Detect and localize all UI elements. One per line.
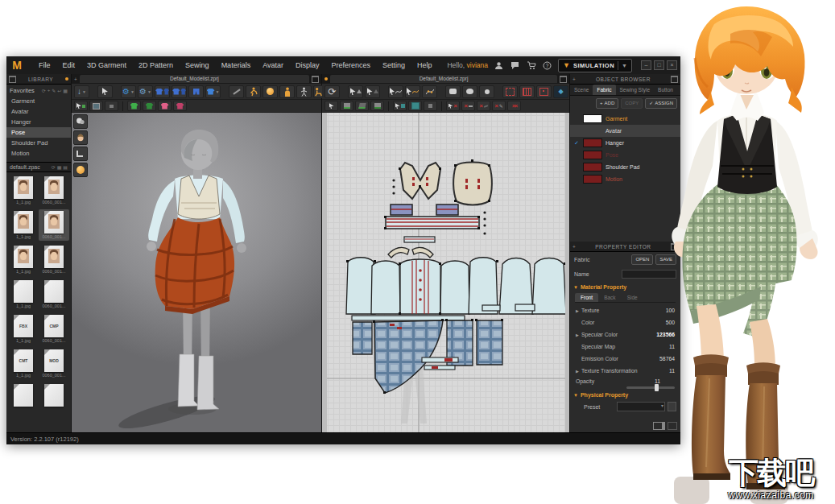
help-icon[interactable]: ?	[542, 60, 552, 71]
chat-icon[interactable]	[510, 60, 520, 71]
polygon-tool-button[interactable]	[445, 85, 461, 98]
sidebar-item-hanger[interactable]: Hanger	[6, 117, 71, 127]
sidebar-item-motion[interactable]: Motion	[6, 148, 71, 159]
menu-2d-pattern[interactable]: 2D Pattern	[138, 61, 173, 69]
show-shirt-button[interactable]: ▼	[205, 85, 221, 98]
detach-icon[interactable]	[671, 76, 678, 83]
sphere-icon[interactable]	[73, 163, 88, 177]
expand-icon[interactable]: ▶	[576, 369, 581, 374]
show-garment-pair2-button[interactable]	[172, 85, 187, 98]
back-icon[interactable]: ↩	[57, 88, 61, 93]
tab-side[interactable]: Side	[622, 293, 643, 302]
simulation-button[interactable]: ▼ SIMULATION ▼	[558, 59, 632, 72]
collapse-icon[interactable]: ▼	[573, 285, 578, 290]
list-item[interactable]: CMT1_1.jpg	[8, 348, 39, 379]
tab-front[interactable]: Front	[575, 293, 598, 302]
username[interactable]: viviana	[467, 61, 488, 69]
prop-texture-transformation[interactable]: ▶ Texture Transformation 11	[570, 365, 680, 377]
name-input[interactable]	[622, 270, 676, 279]
slider-handle[interactable]	[655, 384, 659, 391]
open-button[interactable]: OPEN	[631, 254, 653, 265]
menu-setting[interactable]: Setting	[382, 61, 405, 69]
single-view-icon[interactable]	[668, 422, 677, 430]
pin-small-button[interactable]	[105, 101, 118, 111]
edit-pattern-button[interactable]	[365, 85, 380, 98]
fabric-swatch[interactable]	[583, 151, 602, 159]
grid-view-icon[interactable]: ▦	[57, 164, 62, 170]
refresh-icon[interactable]: ⟳	[42, 88, 46, 93]
prop-color[interactable]: Color 500	[570, 316, 680, 328]
menu-help[interactable]: Help	[417, 61, 432, 69]
avatar-motion-button[interactable]	[246, 85, 261, 98]
expand-icon[interactable]: ▶	[576, 333, 581, 337]
sewing-free-button[interactable]: ×	[477, 101, 490, 111]
save-button[interactable]: SAVE	[655, 254, 676, 265]
sync-button[interactable]: ⟳	[324, 85, 340, 98]
menu-display[interactable]: Display	[296, 61, 320, 69]
tab-sewing-style[interactable]: Sewing Style	[616, 85, 655, 95]
tab-buttonhole[interactable]: Button Ho	[677, 85, 680, 95]
fabric-row-motion[interactable]: Motion	[570, 173, 680, 185]
sewing-segment-button[interactable]: ×	[461, 101, 475, 111]
garment-pink-front-button[interactable]	[158, 101, 172, 111]
expand-icon[interactable]: ▶	[576, 308, 581, 313]
dart-tool-button[interactable]	[479, 85, 494, 98]
fabric-swatch[interactable]	[583, 175, 602, 184]
ellipse-tool-button[interactable]	[462, 85, 477, 98]
pin-cursor-button[interactable]	[74, 101, 88, 111]
fabric-swatch[interactable]	[583, 163, 602, 171]
sidebar-item-pose[interactable]: Pose	[6, 127, 71, 138]
list-item[interactable]: 0060_001...	[39, 279, 69, 310]
edit-curve-point-button[interactable]	[405, 85, 420, 98]
fabric-swatch[interactable]	[583, 138, 602, 147]
opacity-slider[interactable]	[626, 386, 675, 389]
maximize-button[interactable]: □	[654, 60, 664, 70]
internal-grid-button[interactable]	[519, 85, 535, 98]
list-item[interactable]: FBX1_1.jpg	[8, 313, 39, 345]
close-button[interactable]: ×	[667, 60, 677, 70]
internal-rect-button[interactable]	[502, 85, 518, 98]
collapse-icon[interactable]: ▼	[573, 393, 578, 398]
fabric-row-pose[interactable]: Pose	[570, 149, 680, 161]
menu-avatar[interactable]: Avatar	[262, 61, 283, 69]
garment-fit-front-button[interactable]	[127, 101, 141, 111]
edit-icon[interactable]: ✎	[52, 88, 56, 93]
tab-scene[interactable]: Scene	[570, 85, 593, 95]
select-move-button[interactable]	[97, 85, 113, 98]
cart-icon[interactable]	[526, 60, 536, 71]
show-garment-pair-button[interactable]	[155, 85, 170, 98]
avatar-head-icon[interactable]	[73, 114, 88, 129]
tab-3d-project[interactable]: Default_Modelist.zprj	[80, 75, 309, 83]
list-item[interactable]: 1_1.jpg	[8, 244, 39, 275]
menu-file[interactable]: File	[39, 61, 51, 69]
minimize-button[interactable]: –	[641, 60, 651, 70]
tab-2d-project[interactable]: Default_Modelist.zprj	[330, 75, 557, 83]
list-item[interactable]: 0060_001...	[39, 175, 69, 206]
add-icon[interactable]: +	[48, 88, 51, 93]
simulate-button[interactable]: ⚙▼	[121, 85, 136, 98]
face-icon[interactable]	[73, 130, 88, 145]
canvas-2d[interactable]	[322, 113, 569, 437]
list-view-icon[interactable]: ▤	[63, 164, 68, 170]
fabric-row-garment[interactable]: Garment	[570, 113, 680, 125]
tab-back[interactable]: Back	[598, 293, 621, 302]
fabric-row-avatar[interactable]: Avatar	[570, 125, 680, 137]
transform-pattern-button[interactable]	[348, 85, 363, 98]
material-property-section[interactable]: ▼ Material Property	[570, 281, 680, 291]
copy-button[interactable]: COPY	[621, 98, 643, 109]
menu-preferences[interactable]: Preferences	[332, 61, 371, 69]
add-button[interactable]: +ADD	[596, 98, 618, 109]
preset-action-button[interactable]	[668, 402, 676, 411]
texture-small-button[interactable]	[424, 101, 437, 111]
add-tab-button[interactable]: +	[74, 76, 77, 82]
refresh-icon[interactable]: ⟳	[52, 164, 56, 170]
list-item[interactable]: 0060_001...	[39, 244, 69, 275]
detach-icon[interactable]	[671, 243, 678, 250]
fabric-row-shoulder-pad[interactable]: Shoulder Pad	[570, 161, 680, 173]
list-item-selected[interactable]: 0060_001...	[39, 209, 69, 241]
list-item[interactable]: 1_1.jpg	[8, 279, 39, 310]
pin-icon[interactable]	[65, 77, 68, 81]
assign-button[interactable]: ✓ASSIGN	[645, 98, 677, 109]
fabric-swatch[interactable]	[583, 114, 602, 123]
tab-button[interactable]: Button	[654, 85, 677, 95]
